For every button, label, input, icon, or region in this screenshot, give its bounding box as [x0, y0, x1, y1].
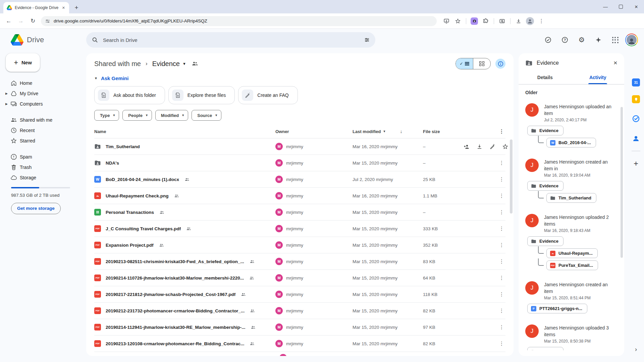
sidebar-item-trash[interactable]: Trash: [0, 162, 86, 172]
table-row[interactable]: W BoD_2016-04-24_minutes (1).docx M mrji…: [94, 171, 505, 188]
table-row[interactable]: PDF 20190213-120108-crmarlow-photomancer…: [94, 336, 505, 352]
expand-arrow-icon[interactable]: ▶: [5, 92, 10, 95]
activity-target-chip[interactable]: PTT26621-griggs-n...: [527, 304, 587, 313]
column-size[interactable]: File size: [423, 129, 463, 134]
row-kebab-icon[interactable]: ⋮: [499, 242, 504, 248]
column-name[interactable]: Name: [94, 129, 275, 134]
forward-button[interactable]: →: [15, 16, 26, 26]
browser-menu-kebab-icon[interactable]: ⋮: [536, 16, 546, 26]
grid-view-button[interactable]: [473, 58, 490, 69]
row-kebab-icon[interactable]: ⋮: [499, 291, 504, 297]
activity-child-chip[interactable]: WBoD_2016-04-...: [546, 138, 596, 147]
drive-logo[interactable]: Drive: [5, 34, 86, 46]
gemini-sparkle-icon[interactable]: [592, 33, 605, 47]
row-kebab-icon[interactable]: ⋮: [499, 308, 504, 314]
tab-close-icon[interactable]: ✕: [61, 5, 66, 11]
tasks-app-icon[interactable]: [632, 115, 640, 123]
filter-chip-type[interactable]: Type▼: [94, 110, 119, 121]
row-kebab-icon[interactable]: ⋮: [499, 258, 504, 264]
table-row[interactable]: PDF 20190212-231732-photomancer-crmarlow…: [94, 303, 505, 319]
sidebar-item-spam[interactable]: Spam: [0, 152, 86, 162]
share-add-person-icon[interactable]: [463, 143, 470, 150]
activity-child-chip[interactable]: Uhaul-Repaym...: [546, 248, 598, 258]
browser-tab[interactable]: Evidence - Google Drive ✕: [3, 2, 69, 13]
row-kebab-icon[interactable]: ⋮: [499, 193, 504, 199]
search-input[interactable]: [102, 37, 364, 43]
extensions-puzzle-icon[interactable]: [481, 16, 491, 26]
header-kebab-icon[interactable]: ⋮: [499, 128, 505, 134]
site-settings-icon[interactable]: [45, 18, 50, 24]
view-toggle[interactable]: ✓: [455, 58, 491, 69]
table-row[interactable]: PDF 20190214-112941-jhmarlow-kriskat30-R…: [94, 319, 505, 336]
gemini-suggestion-explore-these-files[interactable]: Explore these files: [168, 86, 235, 104]
gemini-suggestion-ask-about-this-folder[interactable]: Ask about this folder: [94, 86, 165, 104]
downloads-icon[interactable]: [514, 16, 524, 26]
sidebar-item-recent[interactable]: Recent: [0, 125, 86, 135]
table-row[interactable]: NDA's M mrjimmy Mar 15, 2020 mrjimmy – ⋮: [94, 155, 505, 171]
drive-search-bar[interactable]: [86, 32, 375, 48]
table-row[interactable]: PDF 20190213-082511-chrismini-kriskat30-…: [94, 253, 505, 270]
help-icon[interactable]: ?: [558, 33, 572, 47]
activity-child-chip[interactable]: PDFPureTax_Email...: [546, 260, 598, 270]
google-apps-grid-icon[interactable]: [608, 33, 622, 47]
sidebar-item-shared-with-me[interactable]: Shared with me: [0, 115, 86, 125]
expand-arrow-icon[interactable]: ▶: [5, 102, 10, 106]
table-row[interactable]: Tim_Sutherland M mrjimmy Mar 16, 2020 mr…: [94, 138, 505, 155]
details-info-button[interactable]: [495, 59, 505, 69]
activity-target-chip[interactable]: >Evidence: [527, 181, 564, 191]
tab-search-icon[interactable]: [497, 16, 507, 26]
keep-app-icon[interactable]: [632, 95, 640, 103]
add-app-icon[interactable]: +: [634, 159, 638, 168]
sidebar-item-home[interactable]: Home: [0, 78, 86, 88]
breadcrumb-parent[interactable]: Shared with me: [94, 60, 141, 68]
table-row[interactable]: Personal Transactions M mrjimmy Mar 15, …: [94, 204, 505, 221]
back-button[interactable]: ←: [3, 16, 14, 26]
gemini-suggestion-create-an-faq[interactable]: Create an FAQ: [238, 86, 298, 104]
activity-target-chip[interactable]: >Evidence: [527, 236, 564, 246]
row-kebab-icon[interactable]: ⋮: [499, 209, 504, 215]
activity-child-chip[interactable]: >Tim_Sutherland: [546, 193, 596, 203]
table-row[interactable]: PDF 20190214-110726-jhmarlow-kriskat30-M…: [94, 270, 505, 286]
breadcrumb-current[interactable]: Evidence: [152, 60, 180, 68]
get-more-storage-button[interactable]: Get more storage: [11, 203, 61, 214]
activity-scrollbar[interactable]: [621, 107, 623, 258]
column-modified[interactable]: Last modified: [353, 129, 381, 134]
contacts-app-icon[interactable]: [632, 134, 640, 142]
list-view-button[interactable]: ✓: [456, 58, 473, 69]
folder-menu-caret-icon[interactable]: ▼: [182, 62, 186, 66]
table-row[interactable]: PDF Expansion Project.pdf M mrjimmy Mar …: [94, 237, 505, 253]
tab-details[interactable]: Details: [519, 71, 572, 84]
sidebar-item-storage[interactable]: Storage: [0, 172, 86, 183]
reload-button[interactable]: ↻: [28, 16, 38, 26]
table-row[interactable]: PDF J_C Consulting Travel Charges.pdf M …: [94, 221, 505, 237]
table-row[interactable]: Uhaul-Repayment Check.png M mrjimmy Mar …: [94, 188, 505, 204]
settings-gear-icon[interactable]: ⚙: [575, 33, 588, 47]
filter-chip-people[interactable]: People▼: [122, 110, 152, 121]
row-kebab-icon[interactable]: ⋮: [499, 275, 504, 281]
address-bar[interactable]: drive.google.com/drive/u/0/folders/14mXf…: [41, 16, 437, 26]
expand-panel-chevron-icon[interactable]: ›: [635, 346, 637, 353]
account-avatar[interactable]: [625, 34, 638, 46]
ask-gemini-toggle[interactable]: ▼ Ask Gemini: [94, 75, 505, 81]
sidebar-item-my-drive[interactable]: ▶ My Drive: [0, 88, 86, 99]
sidebar-item-starred[interactable]: Starred: [0, 135, 86, 146]
screenshot-extension-icon[interactable]: [469, 16, 479, 26]
row-kebab-icon[interactable]: ⋮: [499, 341, 504, 347]
new-tab-button[interactable]: +: [72, 3, 81, 12]
window-minimize-button[interactable]: —: [598, 0, 613, 13]
filter-chip-modified[interactable]: Modified▼: [155, 110, 188, 121]
table-row[interactable]: PDF 20190217-221812-jhmarlow-schasb-Proj…: [94, 286, 505, 303]
bookmark-star-icon[interactable]: [453, 16, 463, 26]
rename-pencil-icon[interactable]: [489, 143, 495, 149]
calendar-app-icon[interactable]: 31: [632, 78, 640, 86]
panel-close-icon[interactable]: ✕: [613, 60, 618, 66]
sidebar-item-computers[interactable]: ▶ Computers: [0, 99, 86, 109]
window-close-button[interactable]: ✕: [629, 0, 644, 13]
window-maximize-button[interactable]: [613, 0, 629, 13]
search-options-icon[interactable]: [364, 37, 370, 43]
new-button[interactable]: + New: [6, 53, 40, 72]
filter-chip-source[interactable]: Source▼: [192, 110, 221, 121]
row-kebab-icon[interactable]: ⋮: [499, 226, 504, 232]
sort-direction-icon[interactable]: ↓: [400, 129, 402, 134]
row-kebab-icon[interactable]: ⋮: [499, 324, 504, 330]
